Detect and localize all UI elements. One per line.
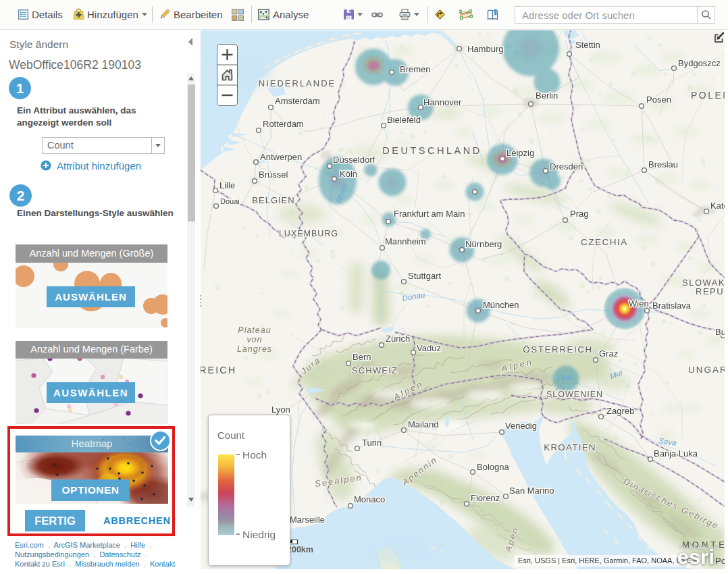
svg-text:Bud: Bud (715, 327, 725, 337)
svg-text:Stettin: Stettin (575, 40, 600, 50)
svg-text:Hamburg: Hamburg (467, 44, 503, 54)
svg-text:Rotterdam: Rotterdam (263, 119, 304, 129)
svg-text:Antwerpen: Antwerpen (260, 152, 302, 162)
svg-text:Amsterdam: Amsterdam (275, 96, 319, 106)
svg-text:Marseille: Marseille (290, 515, 325, 525)
svg-text:Douai: Douai (220, 197, 240, 205)
svg-text:Lille: Lille (219, 180, 235, 190)
svg-text:München: München (483, 300, 519, 310)
svg-text:KROATIEN: KROATIEN (544, 442, 596, 452)
svg-text:Bremen: Bremen (400, 64, 431, 74)
svg-text:Mailand: Mailand (408, 419, 439, 429)
svg-text:Po: Po (715, 556, 725, 566)
svg-text:Florenz: Florenz (471, 493, 500, 503)
svg-text:Köln: Köln (340, 169, 357, 179)
svg-text:Wien: Wien (629, 298, 649, 309)
svg-text:Turin: Turin (362, 438, 382, 448)
svg-text:Zagreb: Zagreb (606, 406, 634, 416)
svg-text:Zürich: Zürich (386, 334, 410, 344)
svg-text:SCHWEIZ: SCHWEIZ (352, 365, 398, 375)
svg-text:CZECHIA: CZECHIA (581, 237, 628, 247)
svg-text:Prag: Prag (570, 209, 588, 219)
svg-text:von: von (246, 335, 262, 344)
svg-text:Banja Luka: Banja Luka (654, 448, 698, 459)
svg-text:Bologna: Bologna (477, 462, 509, 472)
svg-text:Berlin: Berlin (536, 90, 558, 101)
svg-text:San Marino: San Marino (509, 486, 554, 496)
svg-text:NIEDERLANDE: NIEDERLANDE (259, 78, 336, 88)
svg-text:Breslau: Breslau (648, 159, 678, 169)
svg-text:Nürnberg: Nürnberg (465, 239, 502, 249)
svg-text:Bielefeld: Bielefeld (387, 115, 421, 125)
svg-text:Drau: Drau (557, 373, 575, 382)
svg-text:Hannover: Hannover (423, 97, 462, 107)
svg-text:UNGARN: UNGARN (688, 365, 725, 375)
svg-text:SLOWENIEN: SLOWENIEN (546, 390, 603, 399)
svg-text:Bern: Bern (353, 352, 371, 362)
svg-text:Leipzig: Leipzig (506, 148, 534, 158)
svg-text:Graz: Graz (599, 348, 618, 359)
svg-text:REICH: REICH (201, 365, 236, 375)
svg-text:ÖSTERREICH: ÖSTERREICH (523, 344, 593, 355)
svg-text:Stuttgart: Stuttgart (408, 271, 442, 281)
svg-text:Langres: Langres (237, 344, 272, 354)
svg-text:POLEN: POLEN (691, 90, 725, 101)
svg-text:Katowice: Katowice (710, 201, 725, 211)
svg-text:Lyon: Lyon (271, 405, 290, 415)
svg-text:BELGIEN: BELGIEN (252, 195, 294, 205)
svg-text:Mannheim: Mannheim (385, 236, 426, 246)
svg-text:Vaduz: Vaduz (417, 343, 441, 353)
svg-text:DEUTSCHLAND: DEUTSCHLAND (382, 145, 482, 156)
svg-text:Bratislava: Bratislava (652, 301, 692, 311)
svg-text:Brüssel: Brüssel (259, 169, 288, 180)
svg-text:Bydgoszcz: Bydgoszcz (678, 58, 721, 68)
svg-text:Venedig: Venedig (505, 421, 537, 431)
svg-text:Dresden: Dresden (550, 161, 583, 172)
svg-text:LUXEMBURG: LUXEMBURG (279, 229, 338, 238)
svg-text:Posen: Posen (646, 95, 671, 105)
svg-text:REPUBLIK: REPUBLIK (696, 286, 725, 296)
svg-text:Monaco: Monaco (354, 494, 385, 504)
svg-text:Plateau: Plateau (238, 325, 271, 335)
svg-text:Düsseldorf: Düsseldorf (333, 155, 375, 165)
svg-text:Frankfurt am Main: Frankfurt am Main (394, 209, 465, 219)
